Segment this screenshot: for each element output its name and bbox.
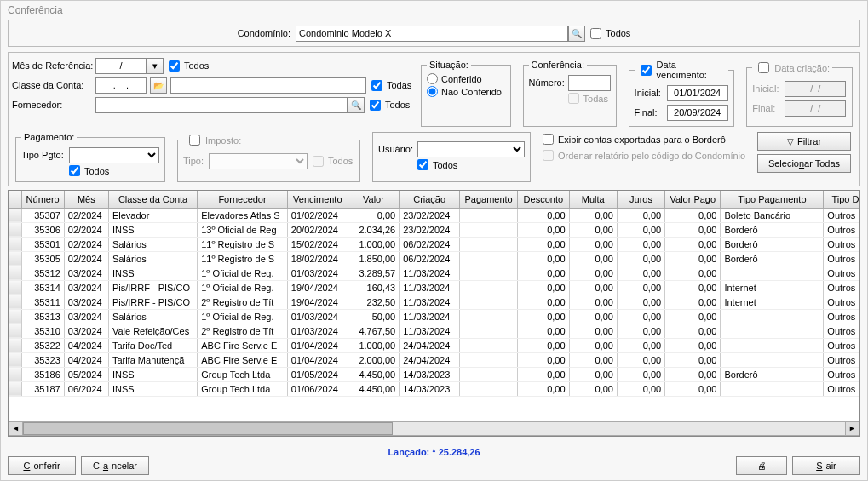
cancelar-button[interactable]: Cancelar xyxy=(81,456,149,475)
imp-tipo-label: Tipo: xyxy=(183,156,209,166)
mes-todos-check[interactable]: Todos xyxy=(169,60,209,72)
dv-ini-input[interactable] xyxy=(667,85,728,101)
conf-numero-input[interactable] xyxy=(568,75,611,91)
scroll-thumb[interactable] xyxy=(23,422,393,435)
filtrar-rest: iltrar xyxy=(803,136,821,146)
table-row[interactable]: 3531003/2024Vale Refeição/Ces2º Registro… xyxy=(9,324,860,338)
sair-button[interactable]: Sair xyxy=(792,456,860,475)
dc-ini-label: Inicial: xyxy=(752,83,785,94)
mes-ref-label: Mês de Referência: xyxy=(12,60,95,71)
fornecedor-label: Fornecedor: xyxy=(12,100,95,110)
usuario-select[interactable] xyxy=(417,141,525,157)
table-row[interactable]: 3518605/2024INSSGroup Tech Ltda01/05/202… xyxy=(9,367,860,381)
col-header[interactable]: Pagamento xyxy=(460,191,518,208)
col-header[interactable]: Criação xyxy=(400,191,460,208)
col-header[interactable]: Vencimento xyxy=(287,191,348,208)
col-header[interactable]: Multa xyxy=(569,191,617,208)
mes-ref-stepper[interactable]: ▾ xyxy=(147,58,164,74)
filtrar-button[interactable]: Filtrar xyxy=(757,132,851,151)
funnel-icon xyxy=(787,136,794,146)
condominio-input[interactable] xyxy=(296,26,568,42)
window-title: Conferência xyxy=(1,1,867,20)
condominio-label: Condomínio: xyxy=(238,28,296,38)
table-row[interactable]: 3531103/2024Pis/IRRF - PIS/CO2º Registro… xyxy=(9,295,860,309)
col-header[interactable]: Número xyxy=(21,191,64,208)
dc-fin-label: Final: xyxy=(752,103,785,113)
table-row[interactable]: 3532204/2024Tarifa Doc/TedABC Fire Serv.… xyxy=(9,338,860,352)
datavenc-legend-check[interactable]: Data vencimento: xyxy=(635,60,729,80)
pagamento-group: Pagamento: Tipo Pgto: Todos xyxy=(15,132,165,182)
table-row[interactable]: 3518706/2024INSSGroup Tech Ltda01/06/202… xyxy=(9,381,860,396)
print-icon xyxy=(757,461,767,471)
classe-input[interactable] xyxy=(95,77,147,94)
col-header[interactable]: Valor Pago xyxy=(665,191,721,208)
pagto-todos-check[interactable]: Todos xyxy=(69,165,109,176)
table-row[interactable]: 3531403/2024Pis/IRRF - PIS/CO1º Oficial … xyxy=(9,280,860,295)
pagto-tipo-label: Tipo Pgto: xyxy=(21,150,69,160)
col-header[interactable]: Desconto xyxy=(518,191,569,208)
table-row[interactable]: 3530102/2024Salários11º Registro de S15/… xyxy=(9,237,860,251)
scroll-left-icon[interactable]: ◄ xyxy=(9,421,23,436)
table-row[interactable]: 3531203/2024INSS1º Oficial de Reg.01/03/… xyxy=(9,266,860,280)
fornecedor-search-icon[interactable] xyxy=(348,97,365,113)
ordenar-cod-check: Ordenar relatório pelo código do Condomí… xyxy=(543,150,749,161)
h-scrollbar[interactable]: ◄ ► xyxy=(9,421,859,436)
table-row[interactable]: 3530502/2024Salários11º Registro de S18/… xyxy=(9,251,860,266)
conf-todas-check: Todas xyxy=(568,93,608,104)
table-row[interactable]: 3531303/2024Salários1º Oficial de Reg.01… xyxy=(9,309,860,324)
folder-icon[interactable] xyxy=(150,77,167,94)
radio-nao-conferido[interactable]: Não Conferido xyxy=(427,86,505,97)
grid-area: NúmeroMêsClasse da ContaFornecedorVencim… xyxy=(8,190,860,437)
imposto-select xyxy=(209,153,308,169)
scroll-right-icon[interactable]: ► xyxy=(845,421,859,436)
classe-desc-input[interactable] xyxy=(170,77,366,94)
datacri-legend-check[interactable]: Data criação: xyxy=(752,60,832,76)
imposto-group: Imposto: Tipo: Todos xyxy=(177,132,360,182)
dv-fin-label: Final: xyxy=(635,107,667,117)
usuario-group: Usuário: Todos xyxy=(372,132,531,182)
conferencia-group: Conferência: Número: Todas xyxy=(523,60,617,127)
fornecedor-input[interactable] xyxy=(95,97,348,113)
dc-fin-input xyxy=(785,100,846,117)
table-row[interactable]: 3530602/2024INSS13º Oficial de Reg20/02/… xyxy=(9,222,860,237)
radio-conferido[interactable]: Conferido xyxy=(427,73,505,84)
col-header[interactable]: Valor xyxy=(348,191,399,208)
dv-ini-label: Inicial: xyxy=(635,88,667,98)
conf-numero-label: Número: xyxy=(529,77,568,88)
col-header[interactable]: Tipo Doc xyxy=(824,191,859,208)
exibir-bordero-check[interactable]: Exibir contas exportadas para o Borderô xyxy=(543,134,749,145)
bottom-bar: Conferir Cancelar Sair xyxy=(8,456,860,475)
dc-ini-input xyxy=(785,81,846,97)
datacri-group: Data criação: Inicial: Final: xyxy=(746,60,853,127)
col-header[interactable]: Mês xyxy=(64,191,108,208)
main-window: Conferência Condomínio: Todos Mês de Ref… xyxy=(0,0,868,481)
filter-panel: Mês de Referência: ▾ Todos Classe da Con… xyxy=(8,52,860,186)
opts-block: Exibir contas exportadas para o Borderô … xyxy=(539,129,752,182)
imposto-legend-check[interactable]: Imposto: xyxy=(183,132,244,148)
usuario-todos-check[interactable]: Todos xyxy=(417,159,457,170)
col-header[interactable]: Juros xyxy=(617,191,664,208)
col-header[interactable]: Tipo Pagamento xyxy=(721,191,824,208)
usuario-label: Usuário: xyxy=(378,144,417,154)
classe-label: Classe da Conta: xyxy=(12,80,95,90)
situacao-group: Situação: Conferido Não Conferido xyxy=(421,60,511,127)
table-row[interactable]: 3530702/2024ElevadorElevadores Atlas S01… xyxy=(9,208,860,222)
conferir-button[interactable]: Conferir xyxy=(8,456,76,475)
selecionar-todas-button[interactable]: Selecionar Todas xyxy=(757,154,851,173)
imp-todos-check: Todos xyxy=(313,156,353,167)
table-row[interactable]: 3532304/2024Tarifa ManutençãABC Fire Ser… xyxy=(9,352,860,367)
dv-fin-input[interactable] xyxy=(667,105,728,121)
todos-condominio-check[interactable]: Todos xyxy=(590,28,630,39)
data-grid[interactable]: NúmeroMêsClasse da ContaFornecedorVencim… xyxy=(9,191,859,397)
col-header[interactable]: Fornecedor xyxy=(198,191,288,208)
condominio-bar: Condomínio: Todos xyxy=(8,20,860,47)
datavenc-group: Data vencimento: Inicial: Final: xyxy=(629,60,735,127)
fornecedor-todos-check[interactable]: Todos xyxy=(370,100,410,111)
pagto-select[interactable] xyxy=(69,147,159,163)
search-condominio-icon[interactable] xyxy=(568,26,585,42)
print-button[interactable] xyxy=(736,456,787,475)
col-header[interactable]: Classe da Conta xyxy=(108,191,197,208)
classe-todas-check[interactable]: Todas xyxy=(371,80,411,91)
mes-ref-input[interactable] xyxy=(95,58,147,74)
